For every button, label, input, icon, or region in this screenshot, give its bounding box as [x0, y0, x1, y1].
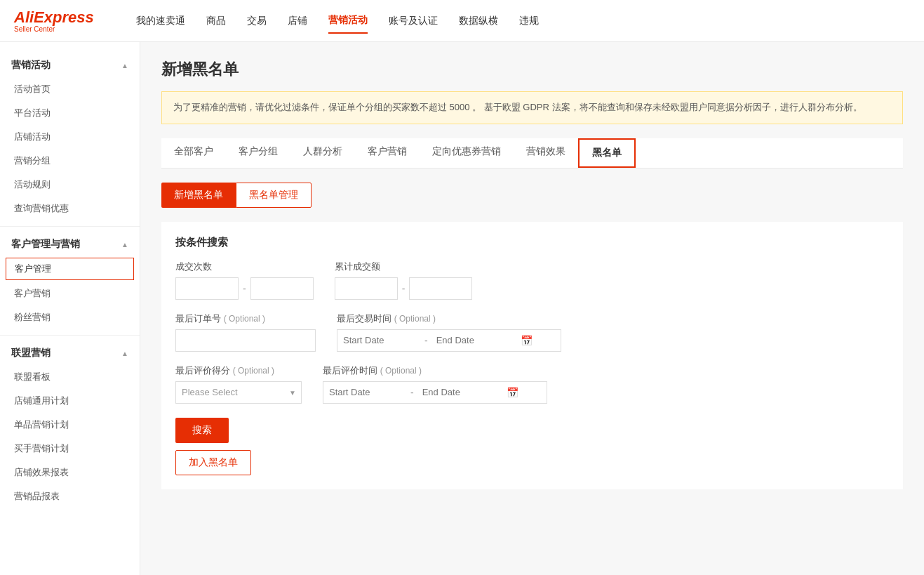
info-banner: 为了更精准的营销，请优化过滤条件，保证单个分组的买家数不超过 5000 。 基于…: [161, 91, 903, 124]
sidebar: 营销活动 ▲ 活动首页 平台活动 店铺活动 营销分组 活动规则 查询营销优惠 客…: [0, 42, 140, 575]
transaction-count-from[interactable]: [175, 277, 239, 300]
transaction-count-range: -: [175, 277, 314, 300]
nav-links: 我的速卖通 商品 交易 店铺 营销活动 账号及认证 数据纵横 违规: [136, 8, 539, 34]
form-row-3: 最后评价得分 ( Optional ) Please Select 1 2 3 …: [175, 364, 889, 404]
page-title: 新增黑名单: [161, 59, 903, 80]
last-order-optional: ( Optional ): [224, 314, 265, 324]
sidebar-item-query-promotions[interactable]: 查询营销优惠: [0, 197, 140, 220]
nav-item-1[interactable]: 商品: [206, 9, 226, 33]
last-transaction-time-label: 最后交易时间 ( Optional ): [337, 312, 561, 325]
sidebar-item-affiliate-board[interactable]: 联盟看板: [0, 365, 140, 389]
last-rating-time-label: 最后评价时间 ( Optional ): [323, 364, 547, 377]
sidebar-section-marketing[interactable]: 营销活动 ▲: [0, 53, 140, 77]
logo-text: AliExpress: [14, 8, 94, 27]
tab-crowd-analysis[interactable]: 人群分析: [290, 138, 355, 168]
last-rating-score-select-wrapper: Please Select 1 2 3 4 5: [175, 381, 302, 404]
sidebar-item-platform-activity[interactable]: 平台活动: [0, 101, 140, 125]
tab-coupon-marketing[interactable]: 定向优惠券营销: [420, 138, 514, 168]
transaction-amount-label: 累计成交额: [335, 260, 473, 273]
sidebar-item-marketing-group[interactable]: 营销分组: [0, 149, 140, 173]
add-blacklist-button[interactable]: 新增黑名单: [161, 183, 236, 208]
action-row: 搜索 加入黑名单: [175, 418, 889, 475]
chevron-up-icon: ▲: [121, 62, 128, 70]
tab-all-customers[interactable]: 全部客户: [161, 138, 226, 168]
form-row-2: 最后订单号 ( Optional ) 最后交易时间 ( Optional ) -: [175, 312, 889, 352]
nav-item-4[interactable]: 营销活动: [328, 8, 368, 34]
nav-item-2[interactable]: 交易: [247, 9, 267, 33]
last-transaction-end-date[interactable]: [431, 330, 515, 351]
form-group-last-rating-score: 最后评价得分 ( Optional ) Please Select 1 2 3 …: [175, 364, 302, 404]
last-rating-end-date[interactable]: [417, 382, 501, 403]
last-transaction-date-range: - 📅: [337, 329, 561, 352]
last-transaction-time-optional: ( Optional ): [394, 314, 436, 324]
chevron-up-icon-3: ▲: [121, 350, 128, 357]
sidebar-item-store-activity[interactable]: 店铺活动: [0, 125, 140, 149]
form-row-1: 成交次数 - 累计成交额 -: [175, 260, 889, 300]
search-section: 按条件搜索 成交次数 - 累计成交额 -: [161, 222, 903, 489]
date-sep-1: -: [422, 335, 431, 346]
sidebar-item-customer-management[interactable]: 客户管理: [6, 258, 134, 280]
add-to-blacklist-button[interactable]: 加入黑名单: [175, 450, 251, 475]
tab-customer-group[interactable]: 客户分组: [226, 138, 290, 168]
main-content: 新增黑名单 为了更精准的营销，请优化过滤条件，保证单个分组的买家数不超过 500…: [140, 42, 924, 575]
last-rating-start-date[interactable]: [323, 382, 408, 403]
tab-blacklist[interactable]: 黑名单: [578, 138, 636, 168]
layout: 营销活动 ▲ 活动首页 平台活动 店铺活动 营销分组 活动规则 查询营销优惠 客…: [0, 42, 924, 575]
nav-item-0[interactable]: 我的速卖通: [136, 9, 185, 33]
date-sep-2: -: [408, 387, 417, 398]
last-rating-score-optional: ( Optional ): [233, 366, 274, 376]
range-sep-1: -: [243, 283, 246, 294]
sidebar-item-store-report[interactable]: 店铺效果报表: [0, 461, 140, 484]
sub-buttons: 新增黑名单 黑名单管理: [161, 183, 903, 208]
chevron-up-icon-2: ▲: [121, 241, 128, 249]
tab-customer-marketing[interactable]: 客户营销: [355, 138, 420, 168]
calendar-icon-2: 📅: [501, 387, 524, 398]
logo: AliExpress Seller Center: [14, 8, 94, 33]
last-rating-date-range: - 📅: [323, 381, 547, 404]
tab-bar: 全部客户 客户分组 人群分析 客户营销 定向优惠券营销 营销效果 黑名单: [161, 138, 903, 168]
last-order-label: 最后订单号 ( Optional ): [175, 312, 316, 325]
nav-item-5[interactable]: 账号及认证: [389, 9, 438, 33]
top-nav: AliExpress Seller Center 我的速卖通 商品 交易 店铺 …: [0, 0, 924, 42]
last-rating-score-label: 最后评价得分 ( Optional ): [175, 364, 302, 377]
transaction-count-label: 成交次数: [175, 260, 314, 273]
form-group-last-rating-time: 最后评价时间 ( Optional ) - 📅: [323, 364, 547, 404]
last-transaction-start-date[interactable]: [337, 330, 422, 351]
form-group-transaction-count: 成交次数 -: [175, 260, 314, 300]
search-button[interactable]: 搜索: [175, 418, 229, 443]
sidebar-item-marketing-report[interactable]: 营销品报表: [0, 484, 140, 508]
form-group-transaction-amount: 累计成交额 -: [335, 260, 473, 300]
sidebar-item-product-plan[interactable]: 单品营销计划: [0, 413, 140, 437]
sidebar-divider-2: [0, 335, 140, 336]
manage-blacklist-button[interactable]: 黑名单管理: [236, 183, 312, 208]
last-rating-time-optional: ( Optional ): [380, 366, 422, 376]
sidebar-section-affiliate[interactable]: 联盟营销 ▲: [0, 341, 140, 365]
nav-item-7[interactable]: 违规: [519, 9, 539, 33]
search-title: 按条件搜索: [175, 236, 889, 249]
transaction-amount-from[interactable]: [335, 277, 398, 300]
logo-sub: Seller Center: [14, 25, 94, 33]
sidebar-item-fan-marketing[interactable]: 粉丝营销: [0, 305, 140, 329]
sidebar-divider-1: [0, 226, 140, 227]
last-order-input[interactable]: [175, 329, 316, 352]
range-sep-2: -: [402, 283, 406, 294]
tab-marketing-effect[interactable]: 营销效果: [514, 138, 578, 168]
sidebar-section-customer[interactable]: 客户管理与营销 ▲: [0, 232, 140, 256]
sidebar-item-activity-home[interactable]: 活动首页: [0, 77, 140, 101]
nav-item-3[interactable]: 店铺: [288, 9, 307, 33]
sidebar-item-store-plan[interactable]: 店铺通用计划: [0, 389, 140, 413]
nav-item-6[interactable]: 数据纵横: [459, 9, 498, 33]
last-rating-score-select[interactable]: Please Select 1 2 3 4 5: [175, 381, 302, 404]
form-group-last-order: 最后订单号 ( Optional ): [175, 312, 316, 352]
form-group-last-transaction-time: 最后交易时间 ( Optional ) - 📅: [337, 312, 561, 352]
sidebar-item-buyer-plan[interactable]: 买手营销计划: [0, 437, 140, 461]
calendar-icon-1: 📅: [515, 335, 538, 346]
transaction-amount-range: -: [335, 277, 473, 300]
sidebar-item-activity-rules[interactable]: 活动规则: [0, 173, 140, 197]
sidebar-item-customer-marketing[interactable]: 客户营销: [0, 282, 140, 305]
transaction-count-to[interactable]: [250, 277, 314, 300]
transaction-amount-to[interactable]: [409, 277, 472, 300]
